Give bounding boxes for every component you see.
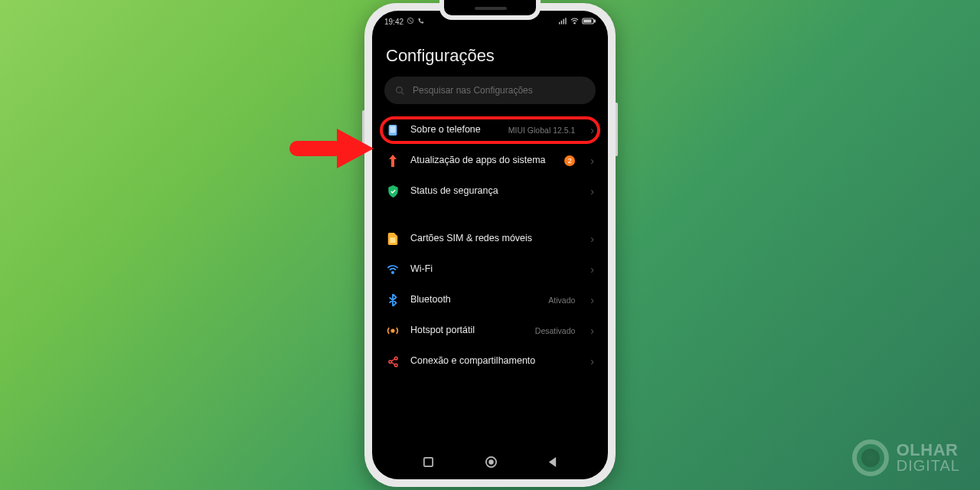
svg-rect-3 bbox=[564, 18, 564, 24]
svg-point-14 bbox=[391, 329, 394, 332]
chevron-right-icon: › bbox=[590, 155, 594, 167]
row-bluetooth[interactable]: Bluetooth Ativado › bbox=[384, 285, 596, 315]
share-icon bbox=[386, 356, 400, 368]
sim-icon bbox=[386, 233, 400, 245]
status-time: 19:42 bbox=[384, 18, 403, 26]
chevron-right-icon: › bbox=[590, 355, 594, 368]
row-label: Hotspot portátil bbox=[410, 325, 524, 337]
settings-content[interactable]: Configurações Pesquisar nas Configuraçõe… bbox=[372, 28, 608, 377]
row-system-apps-update[interactable]: Atualização de apps do sistema 2 › bbox=[384, 145, 596, 176]
section-gap bbox=[384, 207, 596, 224]
svg-rect-21 bbox=[289, 141, 343, 156]
chevron-right-icon: › bbox=[590, 185, 594, 198]
svg-rect-1 bbox=[559, 21, 560, 24]
row-label: Conexão e compartilhamento bbox=[410, 355, 580, 368]
row-label: Wi-Fi bbox=[410, 263, 580, 276]
svg-rect-11 bbox=[390, 126, 395, 133]
chevron-right-icon: › bbox=[590, 233, 594, 245]
watermark-line1: OLHAR bbox=[897, 443, 960, 459]
row-label: Cartões SIM & redes móveis bbox=[410, 233, 580, 245]
svg-point-13 bbox=[392, 272, 394, 273]
row-label: Atualização de apps do sistema bbox=[410, 155, 554, 167]
row-label: Sobre o telefone bbox=[410, 124, 498, 136]
update-arrow-icon bbox=[386, 155, 400, 167]
row-meta: Desativado bbox=[535, 326, 576, 335]
page-title: Configurações bbox=[386, 46, 596, 66]
row-label: Bluetooth bbox=[410, 294, 537, 306]
svg-rect-4 bbox=[565, 18, 566, 24]
battery-icon bbox=[582, 18, 596, 26]
phone-call-icon bbox=[417, 18, 424, 26]
about-phone-icon bbox=[386, 124, 400, 136]
search-icon bbox=[395, 86, 405, 96]
chevron-right-icon: › bbox=[590, 124, 594, 136]
nav-recent-button[interactable] bbox=[423, 456, 434, 471]
bluetooth-icon bbox=[386, 294, 400, 306]
watermark-logo: OLHAR DIGITAL bbox=[852, 439, 960, 476]
row-sim-networks[interactable]: Cartões SIM & redes móveis › bbox=[384, 224, 596, 254]
watermark-line2: DIGITAL bbox=[897, 459, 960, 473]
svg-point-20 bbox=[489, 460, 493, 464]
search-placeholder: Pesquisar nas Configurações bbox=[413, 85, 533, 96]
row-hotspot[interactable]: Hotspot portátil Desativado › bbox=[384, 315, 596, 346]
nav-back-button[interactable] bbox=[547, 456, 557, 471]
row-label: Status de segurança bbox=[410, 185, 580, 198]
phone-screen: 19:42 Configuraçõ bbox=[372, 11, 608, 479]
svg-rect-7 bbox=[594, 20, 595, 22]
row-wifi[interactable]: Wi-Fi › bbox=[384, 254, 596, 285]
wifi-icon bbox=[386, 264, 400, 275]
nav-home-button[interactable] bbox=[485, 456, 498, 472]
phone-frame: 19:42 Configuraçõ bbox=[364, 3, 616, 487]
search-input[interactable]: Pesquisar nas Configurações bbox=[384, 77, 596, 104]
svg-point-9 bbox=[397, 87, 403, 93]
row-meta: Ativado bbox=[548, 296, 575, 305]
svg-point-5 bbox=[574, 22, 575, 23]
phone-notch bbox=[439, 0, 541, 20]
svg-rect-12 bbox=[390, 237, 395, 243]
svg-rect-18 bbox=[424, 457, 433, 466]
svg-rect-8 bbox=[583, 19, 591, 22]
chevron-right-icon: › bbox=[590, 263, 594, 276]
watermark-ring-icon bbox=[852, 439, 889, 476]
row-about-phone[interactable]: Sobre o telefone MIUI Global 12.5.1 › bbox=[384, 115, 596, 145]
hotspot-icon bbox=[386, 325, 400, 337]
dnd-icon bbox=[407, 17, 414, 26]
wifi-icon bbox=[570, 18, 579, 26]
notification-badge: 2 bbox=[564, 155, 575, 166]
signal-icon bbox=[559, 18, 567, 26]
android-navbar bbox=[372, 450, 608, 476]
row-meta: MIUI Global 12.5.1 bbox=[508, 126, 576, 135]
chevron-right-icon: › bbox=[590, 325, 594, 337]
shield-check-icon bbox=[386, 185, 400, 198]
row-connection-sharing[interactable]: Conexão e compartilhamento › bbox=[384, 346, 596, 377]
row-security-status[interactable]: Status de segurança › bbox=[384, 176, 596, 207]
svg-rect-2 bbox=[561, 20, 562, 24]
annotation-arrow bbox=[289, 129, 374, 168]
chevron-right-icon: › bbox=[590, 294, 594, 306]
